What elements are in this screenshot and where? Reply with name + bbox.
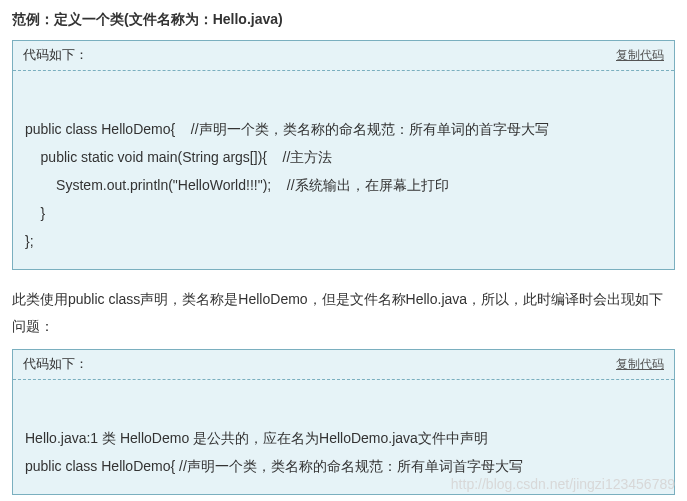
- paragraph-compile-error: 此类使用public class声明，类名称是HelloDemo，但是文件名称H…: [12, 286, 675, 339]
- code-header-1: 代码如下： 复制代码: [13, 41, 674, 71]
- code-block-2: 代码如下： 复制代码 Hello.java:1 类 HelloDemo 是公共的…: [12, 349, 675, 495]
- code-label: 代码如下：: [23, 45, 88, 66]
- copy-code-link[interactable]: 复制代码: [616, 46, 664, 65]
- code-label: 代码如下：: [23, 354, 88, 375]
- copy-code-link[interactable]: 复制代码: [616, 355, 664, 374]
- code-body-2: Hello.java:1 类 HelloDemo 是公共的，应在名为HelloD…: [13, 380, 674, 494]
- example-heading: 范例：定义一个类(文件名称为：Hello.java): [12, 8, 675, 30]
- code-body-1: public class HelloDemo{ //声明一个类，类名称的命名规范…: [13, 71, 674, 269]
- code-header-2: 代码如下： 复制代码: [13, 350, 674, 380]
- code-block-1: 代码如下： 复制代码 public class HelloDemo{ //声明一…: [12, 40, 675, 270]
